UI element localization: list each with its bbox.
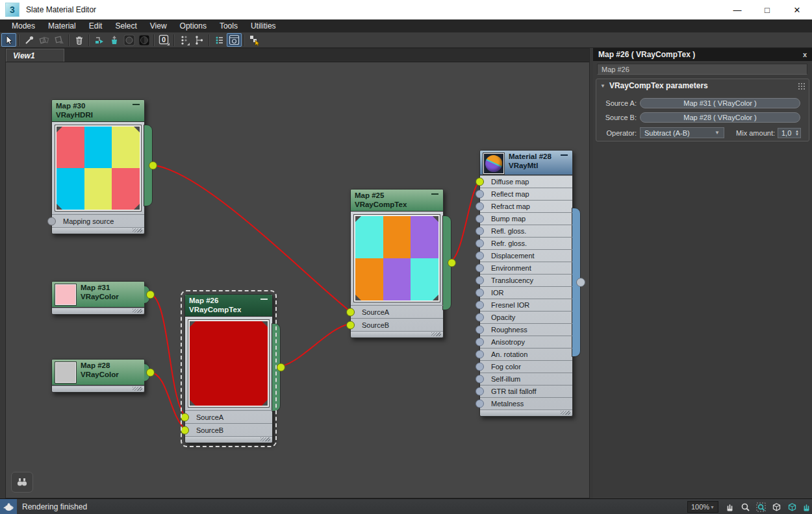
input-socket[interactable] bbox=[476, 264, 484, 273]
menu-item-select[interactable]: Select bbox=[108, 19, 143, 32]
input-socket[interactable] bbox=[47, 217, 56, 225]
mix-amount-spinner[interactable]: 1,0 ▲▼ bbox=[778, 128, 801, 138]
map26-preview[interactable] bbox=[188, 320, 269, 407]
input-socket[interactable] bbox=[476, 178, 484, 186]
input-socket[interactable] bbox=[476, 252, 484, 260]
input-socket[interactable] bbox=[476, 363, 484, 371]
pick-material-button[interactable] bbox=[21, 33, 36, 47]
input-socket[interactable] bbox=[346, 321, 355, 329]
move-children-button[interactable] bbox=[92, 33, 107, 47]
map26-header[interactable]: Map #26 VRayCompTex bbox=[185, 295, 272, 317]
input-socket[interactable] bbox=[476, 301, 484, 310]
map30-output-socket[interactable] bbox=[149, 162, 157, 170]
resize-grip[interactable] bbox=[133, 309, 142, 313]
collapse-icon[interactable] bbox=[561, 154, 568, 156]
menu-item-edit[interactable]: Edit bbox=[82, 19, 109, 32]
operator-dropdown[interactable]: Subtract (A-B) ▼ bbox=[640, 127, 724, 138]
hide-unused-nodeslots-button[interactable] bbox=[107, 33, 121, 47]
render-status-button[interactable] bbox=[0, 499, 17, 514]
map31-header[interactable]: Map #31 VRayColor bbox=[52, 282, 144, 308]
node-material28[interactable]: Material #28 VRayMtl Diffuse mapReflect … bbox=[479, 150, 573, 417]
zoom-tool-button[interactable] bbox=[738, 500, 752, 513]
input-socket[interactable] bbox=[181, 426, 189, 434]
node-map30[interactable]: Map #30 VRayHDRI Mapping source bbox=[51, 99, 145, 234]
node-map31[interactable]: Map #31 VRayColor bbox=[51, 281, 145, 315]
spinner-arrows-icon[interactable]: ▲▼ bbox=[795, 130, 799, 136]
node-map26[interactable]: Map #26 VRayCompTex SourceASourceB bbox=[184, 294, 273, 443]
input-socket[interactable] bbox=[476, 289, 484, 297]
assign-material-button[interactable] bbox=[36, 33, 51, 47]
map26-output-socket[interactable] bbox=[277, 363, 285, 372]
map25-preview[interactable] bbox=[354, 215, 440, 302]
zoom-percent-select[interactable]: 100% ▼ bbox=[687, 501, 718, 513]
node-view-canvas[interactable]: View1 Map #30 VRayHDRI Mapping source bbox=[5, 48, 590, 498]
material-name-field[interactable]: Map #26 bbox=[597, 64, 807, 75]
map30-preview[interactable] bbox=[55, 125, 141, 211]
rollout-collapse-icon[interactable]: ▼ bbox=[600, 83, 605, 89]
pan-to-selected-button[interactable] bbox=[799, 500, 812, 513]
resize-grip[interactable] bbox=[260, 437, 270, 441]
show-shaded-material-button[interactable] bbox=[121, 33, 136, 47]
menu-item-tools[interactable]: Tools bbox=[213, 19, 244, 32]
input-socket[interactable] bbox=[476, 239, 484, 248]
zoom-extents-button[interactable] bbox=[769, 500, 783, 513]
map25-output-socket[interactable] bbox=[448, 259, 456, 267]
resize-grip[interactable] bbox=[133, 387, 142, 391]
input-socket[interactable] bbox=[476, 387, 484, 396]
input-socket[interactable] bbox=[476, 375, 484, 384]
put-material-to-scene-button[interactable] bbox=[51, 33, 66, 47]
source-b-button[interactable]: Map #28 ( VRayColor ) bbox=[640, 112, 800, 123]
map28-header[interactable]: Map #28 VRayColor bbox=[52, 360, 144, 386]
input-socket[interactable] bbox=[476, 276, 484, 285]
delete-selected-button[interactable] bbox=[71, 33, 86, 47]
show-realistic-material-button[interactable] bbox=[136, 33, 151, 47]
input-socket[interactable] bbox=[181, 413, 189, 421]
collapse-icon[interactable] bbox=[431, 193, 438, 195]
zoom-extents-selected-button[interactable] bbox=[785, 500, 799, 513]
show-material-browser-button[interactable] bbox=[212, 33, 227, 47]
menu-item-utilities[interactable]: Utilities bbox=[244, 19, 283, 32]
material-id-channel-button[interactable]: 0 bbox=[157, 33, 171, 47]
map31-output-socket[interactable] bbox=[146, 291, 155, 299]
input-socket[interactable] bbox=[476, 326, 484, 334]
material28-output-socket[interactable] bbox=[576, 278, 585, 287]
show-parameter-editor-button[interactable] bbox=[227, 33, 242, 47]
pan-tool-button[interactable] bbox=[722, 500, 737, 513]
menu-item-material[interactable]: Material bbox=[42, 19, 82, 32]
resize-grip[interactable] bbox=[431, 332, 441, 336]
rollout-drag-grip-icon[interactable] bbox=[798, 82, 805, 90]
input-socket[interactable] bbox=[476, 190, 484, 199]
collapse-icon[interactable] bbox=[260, 299, 268, 300]
input-socket[interactable] bbox=[476, 400, 484, 408]
resize-grip[interactable] bbox=[133, 228, 142, 232]
panel-close-icon[interactable]: x bbox=[803, 51, 807, 58]
layout-children-button[interactable] bbox=[192, 33, 207, 47]
select-tool-button[interactable] bbox=[1, 33, 16, 47]
input-socket[interactable] bbox=[476, 313, 484, 322]
resize-grip[interactable] bbox=[561, 411, 570, 415]
input-socket[interactable] bbox=[346, 308, 355, 316]
input-socket[interactable] bbox=[476, 202, 484, 211]
source-a-button[interactable]: Map #31 ( VRayColor ) bbox=[640, 98, 800, 108]
layout-all-button[interactable] bbox=[177, 33, 192, 47]
rollout-header[interactable]: ▼ VRayCompTex parameters bbox=[596, 79, 809, 92]
input-socket[interactable] bbox=[476, 338, 484, 347]
menu-item-modes[interactable]: Modes bbox=[5, 19, 42, 32]
node-map28[interactable]: Map #28 VRayColor bbox=[51, 359, 145, 393]
collapse-icon[interactable] bbox=[133, 104, 140, 105]
zoom-region-button[interactable] bbox=[754, 500, 768, 513]
menu-item-view[interactable]: View bbox=[144, 19, 173, 32]
node-map25[interactable]: Map #25 VRayCompTex SourceASourceB bbox=[350, 189, 444, 338]
render-map-button[interactable] bbox=[247, 33, 262, 47]
input-socket[interactable] bbox=[476, 227, 484, 236]
map30-header[interactable]: Map #30 VRayHDRI bbox=[52, 100, 144, 122]
menu-item-options[interactable]: Options bbox=[173, 19, 213, 32]
minimize-button[interactable]: — bbox=[722, 0, 752, 19]
material28-header[interactable]: Material #28 VRayMtl bbox=[480, 151, 572, 175]
maximize-button[interactable]: □ bbox=[752, 0, 782, 19]
map28-output-socket[interactable] bbox=[146, 369, 155, 377]
map25-header[interactable]: Map #25 VRayCompTex bbox=[351, 190, 443, 212]
input-socket[interactable] bbox=[476, 215, 484, 223]
input-socket[interactable] bbox=[476, 350, 484, 359]
close-button[interactable]: ✕ bbox=[782, 0, 812, 19]
